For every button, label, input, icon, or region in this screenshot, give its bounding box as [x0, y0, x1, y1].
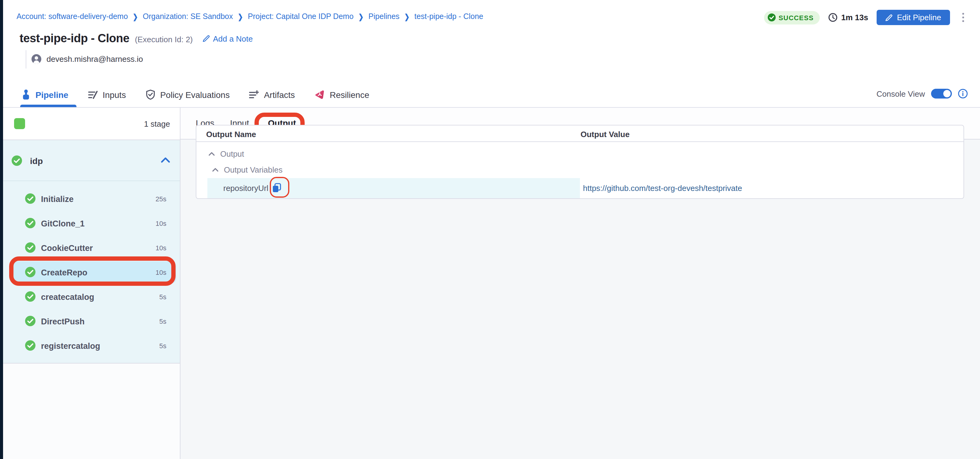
group-row-output[interactable]: Output	[208, 146, 244, 162]
breadcrumb-project[interactable]: Project: Capital One IDP Demo	[248, 12, 353, 21]
resilience-icon	[315, 89, 325, 100]
step-duration: 10s	[156, 220, 167, 227]
tab-inputs[interactable]: Inputs	[88, 90, 126, 99]
title-row: test-pipe-idp - Clone (Execution Id: 2) …	[19, 32, 253, 45]
execution-id: (Execution Id: 2)	[135, 35, 193, 44]
breadcrumb-account[interactable]: Account: software-delivery-demo	[16, 12, 128, 21]
output-variable-name: repositoryUrl	[223, 183, 268, 193]
step-name: DirectPush	[41, 317, 85, 326]
chevron-up-icon	[212, 167, 218, 172]
success-check-icon	[12, 155, 22, 166]
status-badge: SUCCESS	[764, 11, 820, 24]
breadcrumb-organization[interactable]: Organization: SE Sandbox	[143, 12, 233, 21]
add-note-link[interactable]: Add a Note	[202, 34, 253, 43]
step-row-createcatalog[interactable]: createcatalog 5s	[3, 285, 180, 309]
status-badge-label: SUCCESS	[778, 14, 814, 21]
step-name: GitClone_1	[41, 219, 85, 228]
execution-duration: 1m 13s	[828, 13, 868, 22]
group-label: Output	[220, 149, 244, 158]
tab-inputs-label: Inputs	[102, 90, 126, 99]
step-row-createrepo[interactable]: CreateRepo 10s	[3, 260, 180, 285]
step-row-initialize[interactable]: Initialize 25s	[3, 186, 180, 211]
success-check-icon	[25, 316, 35, 326]
page-title: test-pipe-idp - Clone	[19, 32, 129, 45]
success-check-icon	[25, 267, 35, 277]
shield-check-icon	[146, 89, 155, 100]
user-avatar-icon	[31, 54, 41, 64]
success-check-icon	[25, 218, 35, 228]
breadcrumb: Account: software-delivery-demo ❯ Organi…	[16, 12, 483, 21]
chevron-right-icon: ❯	[238, 13, 243, 21]
tab-resilience[interactable]: Resilience	[315, 89, 369, 100]
stage-row-idp[interactable]: idp	[3, 140, 180, 181]
output-table-card: Output Name Output Value Output Output V…	[196, 125, 964, 199]
success-check-icon	[25, 340, 35, 351]
chevron-up-icon[interactable]	[161, 157, 170, 163]
step-duration: 5s	[159, 318, 166, 325]
step-name: createcatalog	[41, 293, 94, 302]
clock-icon	[828, 13, 837, 22]
step-name: registercatalog	[41, 341, 100, 351]
tab-policy-evaluations[interactable]: Policy Evaluations	[146, 89, 230, 100]
stage-count-label: 1 stage	[144, 120, 170, 129]
stage-sidebar: 1 stage idp Initialize 25s	[3, 108, 180, 459]
pipeline-icon	[21, 89, 30, 100]
divider	[26, 50, 26, 69]
breadcrumb-pipelines[interactable]: Pipelines	[369, 12, 399, 21]
chevron-right-icon: ❯	[358, 13, 364, 21]
step-name: CookieCutter	[41, 244, 93, 253]
column-output-name: Output Name	[206, 130, 256, 139]
harness-pipeline-execution-page: Account: software-delivery-demo ❯ Organi…	[0, 0, 980, 459]
pencil-icon	[202, 35, 210, 42]
artifacts-icon	[249, 90, 259, 99]
tab-pipeline-label: Pipeline	[35, 90, 68, 99]
triggered-by: devesh.mishra@harness.io	[31, 54, 143, 64]
tab-artifacts[interactable]: Artifacts	[249, 90, 295, 99]
output-variable-value[interactable]: https://github.com/test-org-devesh/testp…	[583, 183, 742, 193]
output-table-header: Output Name Output Value	[196, 126, 964, 142]
step-duration: 25s	[156, 195, 167, 202]
edit-pipeline-button[interactable]: Edit Pipeline	[877, 10, 950, 25]
execution-header: Account: software-delivery-demo ❯ Organi…	[3, 0, 980, 108]
success-check-icon	[25, 291, 35, 302]
step-row-directpush[interactable]: DirectPush 5s	[3, 309, 180, 333]
header-actions: SUCCESS 1m 13s Edit Pipeline	[764, 10, 968, 25]
step-list: Initialize 25s GitClone_1 10s CookieCutt…	[3, 186, 180, 358]
stage-minimap-node[interactable]	[14, 118, 25, 129]
more-options-menu[interactable]	[958, 10, 968, 25]
add-note-label: Add a Note	[213, 34, 253, 43]
column-output-value: Output Value	[581, 130, 630, 139]
edit-pipeline-label: Edit Pipeline	[897, 13, 941, 22]
execution-tab-bar: Pipeline Inputs Policy Evaluations	[21, 89, 369, 100]
user-email: devesh.mishra@harness.io	[46, 54, 143, 64]
step-duration: 5s	[159, 293, 166, 301]
chevron-right-icon: ❯	[133, 13, 138, 21]
active-tab-underline	[20, 105, 76, 107]
success-check-icon	[25, 242, 35, 253]
step-row-gitclone[interactable]: GitClone_1 10s	[3, 211, 180, 236]
step-duration: 10s	[156, 269, 167, 276]
breadcrumb-current-pipeline[interactable]: test-pipe-idp - Clone	[414, 12, 483, 21]
stage-section: idp Initialize 25s GitClone_1 10s	[3, 140, 180, 363]
copy-icon[interactable]	[272, 183, 282, 193]
chevron-right-icon: ❯	[404, 13, 410, 21]
console-view-control: Console View	[876, 89, 968, 99]
tab-pipeline[interactable]: Pipeline	[21, 89, 68, 100]
info-icon[interactable]	[958, 89, 968, 99]
chevron-up-icon	[208, 151, 215, 156]
stage-minimap-header: 1 stage	[3, 108, 180, 140]
group-row-output-variables[interactable]: Output Variables	[212, 162, 283, 177]
console-view-toggle[interactable]	[931, 89, 952, 99]
group-label: Output Variables	[224, 165, 283, 174]
step-name: Initialize	[41, 194, 74, 204]
pencil-icon	[885, 14, 892, 21]
step-row-registercatalog[interactable]: registercatalog 5s	[3, 333, 180, 358]
inputs-icon	[88, 90, 97, 99]
duration-label: 1m 13s	[841, 13, 868, 22]
step-row-cookiecutter[interactable]: CookieCutter 10s	[3, 236, 180, 260]
step-detail-panel: Logs Input Output Output Name Output Val…	[180, 108, 980, 459]
check-circle-icon	[767, 13, 775, 21]
collapsed-nav-rail	[0, 0, 3, 459]
console-view-label: Console View	[876, 89, 925, 98]
stage-name: idp	[30, 156, 43, 166]
